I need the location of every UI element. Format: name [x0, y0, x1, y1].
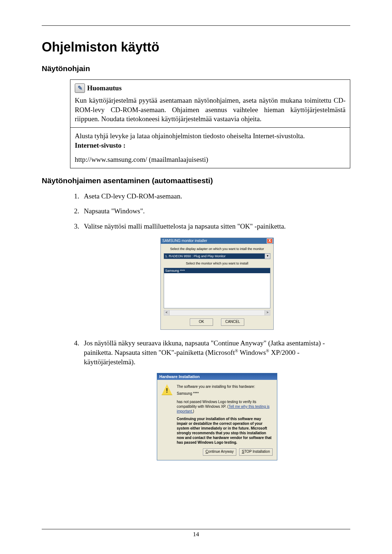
step-text: Napsauta "Windows".	[84, 207, 145, 215]
notice-box: ✎ Huomautus Kun käyttöjärjestelmä pyytää…	[70, 79, 350, 168]
close-icon[interactable]: X	[267, 238, 273, 243]
header-rule	[42, 25, 350, 26]
footer-rule	[42, 529, 350, 529]
hw-line1: The software you are installing for this…	[177, 384, 273, 389]
btn-mnemonic: C	[205, 450, 208, 454]
scroll-left-icon[interactable]: <	[164, 310, 170, 315]
hw-line3b: )	[193, 409, 194, 413]
page-footer: 14	[42, 529, 350, 538]
scroll-track[interactable]	[170, 310, 265, 315]
stop-installation-button[interactable]: STOP Installation	[239, 448, 273, 456]
warning-icon	[162, 384, 172, 395]
hw-button-row: Continue Anyway STOP Installation	[157, 448, 277, 460]
hw-dialog: Hardware Installation The software you a…	[157, 373, 277, 460]
hw-bold: Continuing your installation of this sof…	[177, 416, 273, 445]
notice-header: ✎ Huomautus	[75, 83, 346, 93]
step-text: Valitse näyttösi malli malliluettelosta …	[84, 222, 286, 230]
hw-line2: Samsung ****	[177, 391, 273, 396]
note-icon: ✎	[75, 83, 85, 93]
btn-mnemonic: S	[242, 450, 244, 454]
screenshot-installer-wrap: SAMSUNG monitor installer X Select the d…	[84, 238, 350, 330]
document-page: Ohjelmiston käyttö Näytönohjain ✎ Huomau…	[0, 0, 392, 554]
btn-rest: ontinue Anyway	[208, 450, 234, 454]
combo-text: 1. RADEON 9550 : Plug and Play Monitor	[164, 254, 265, 259]
notice-row2-url: http://www.samsung.com/ (maailmanlaajuis…	[75, 155, 346, 164]
hw-title: Hardware Installation	[159, 374, 200, 379]
installer-label-1: Select the display adapter on which you …	[164, 247, 270, 251]
screenshot-hw-wrap: Hardware Installation The software you a…	[84, 373, 350, 460]
notice-row-2: Alusta tyhjä levyke ja lataa ohjainohjel…	[70, 128, 350, 168]
hw-titlebar: Hardware Installation	[157, 373, 277, 380]
list-item: Valitse näyttösi malli malliluettelosta …	[81, 222, 350, 330]
hw-body: The software you are installing for this…	[157, 380, 277, 448]
list-item: Jos näytöllä näkyy seuraava ikkuna, naps…	[81, 338, 350, 460]
section-heading: Näytönohjain	[42, 64, 350, 73]
installer-body: Select the display adapter on which you …	[161, 244, 273, 329]
steps-list: Aseta CD-levy CD-ROM-asemaan. Napsauta "…	[70, 192, 350, 460]
notice-body: Kun käyttöjärjestelmä pyytää asentamaan …	[75, 96, 346, 124]
list-item: Aseta CD-levy CD-ROM-asemaan.	[81, 192, 350, 201]
installer-selected-item[interactable]: Samsung ****	[164, 268, 270, 273]
installer-listbox[interactable]: Samsung ****	[164, 268, 270, 308]
installer-label-2: Select the monitor which you want to ins…	[164, 261, 270, 266]
installer-dialog: SAMSUNG monitor installer X Select the d…	[160, 238, 274, 330]
installer-title: SAMSUNG monitor installer	[162, 238, 207, 243]
registered-mark: ®	[266, 348, 269, 353]
hw-line3: has not passed Windows Logo testing to v…	[177, 399, 273, 414]
list-item: Napsauta "Windows".	[81, 206, 350, 216]
registered-mark: ®	[235, 348, 238, 353]
ok-button[interactable]: OK	[190, 319, 213, 326]
notice-label: Huomautus	[87, 83, 122, 93]
notice-row2-line1: Alusta tyhjä levyke ja lataa ohjainohjel…	[75, 131, 346, 141]
page-number: 14	[42, 531, 350, 538]
installer-scrollbar[interactable]: < >	[164, 310, 270, 316]
installer-titlebar: SAMSUNG monitor installer X	[161, 238, 273, 244]
scroll-right-icon[interactable]: >	[265, 310, 270, 315]
continue-anyway-button[interactable]: Continue Anyway	[203, 448, 236, 456]
step-text: Aseta CD-levy CD-ROM-asemaan.	[84, 192, 182, 200]
installer-button-row: OK CANCEL	[164, 319, 270, 326]
chevron-down-icon[interactable]: ▾	[265, 254, 270, 259]
notice-row2-bold: Internet-sivusto :	[75, 141, 346, 150]
btn-rest: TOP Installation	[244, 450, 270, 454]
notice-header-row: ✎ Huomautus Kun käyttöjärjestelmä pyytää…	[70, 80, 350, 127]
step-text-4b: Windows	[238, 349, 266, 356]
installer-combo[interactable]: 1. RADEON 9550 : Plug and Play Monitor ▾	[164, 253, 270, 259]
cancel-button[interactable]: CANCEL	[221, 319, 244, 326]
section-heading-2: Näytönohjaimen asentaminen (automaattise…	[42, 176, 350, 185]
page-title: Ohjelmiston käyttö	[42, 40, 350, 55]
hw-text: The software you are installing for this…	[177, 384, 273, 445]
